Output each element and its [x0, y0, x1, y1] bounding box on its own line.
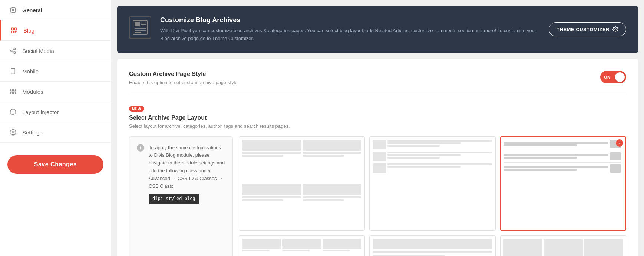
svg-point-0 — [12, 9, 14, 11]
custom-archive-toggle-row: Custom Archive Page Style Enable this op… — [129, 71, 626, 94]
sidebar-item-general[interactable]: General — [0, 0, 111, 20]
css-class-badge: dipi-styled-blog — [149, 194, 199, 204]
svg-rect-2 — [15, 28, 17, 30]
sidebar: General Blog Social Media — [0, 0, 111, 256]
mobile-icon — [9, 67, 17, 75]
banner-icon — [129, 16, 151, 39]
layout-option-4[interactable] — [239, 235, 365, 256]
svg-rect-14 — [10, 89, 12, 91]
layout-option-3[interactable]: ✓ — [500, 136, 626, 231]
layout-injector-icon — [9, 108, 17, 116]
layout-option-2[interactable] — [369, 136, 495, 231]
svg-rect-17 — [14, 92, 16, 94]
svg-rect-3 — [11, 31, 13, 33]
sidebar-item-modules[interactable]: Modules — [0, 82, 111, 102]
info-text: To apply the same customizations to Divi… — [149, 144, 225, 204]
info-box: i To apply the same customizations to Di… — [129, 136, 233, 256]
layout-option-1[interactable] — [239, 136, 365, 231]
layout-option-5[interactable] — [369, 235, 495, 256]
layout-content: i To apply the same customizations to Di… — [129, 136, 626, 256]
svg-point-30 — [615, 29, 616, 30]
sidebar-item-mobile[interactable]: Mobile — [0, 61, 111, 82]
layout-section: NEW Select Archive Page Layout Select la… — [129, 105, 626, 256]
svg-point-7 — [14, 48, 16, 50]
content-card: Custom Archive Page Style Enable this op… — [117, 59, 638, 256]
info-icon: i — [137, 144, 144, 152]
svg-rect-1 — [11, 28, 13, 30]
layout-grid: ✓ — [239, 136, 626, 256]
sidebar-item-mobile-label: Mobile — [22, 68, 39, 74]
new-badge: NEW — [129, 106, 144, 112]
svg-line-10 — [12, 51, 14, 52]
sidebar-item-layout-label: Layout Injector — [22, 109, 59, 115]
custom-archive-toggle[interactable]: ON — [600, 71, 626, 83]
sidebar-item-modules-label: Modules — [22, 89, 43, 95]
banner-description: With Divi Pixel you can customize blog a… — [160, 27, 540, 43]
svg-rect-23 — [135, 22, 140, 26]
info-box-content: i To apply the same customizations to Di… — [137, 144, 225, 204]
svg-line-11 — [12, 49, 14, 50]
sidebar-item-social-label: Social Media — [22, 48, 54, 54]
sidebar-item-blog-label: Blog — [23, 27, 34, 34]
svg-point-9 — [14, 52, 16, 54]
main-content: Customize Blog Archives With Divi Pixel … — [111, 0, 644, 256]
toggle-thumb — [615, 72, 625, 82]
layout-section-desc: Select layout for archive, categories, a… — [129, 123, 626, 129]
save-btn-wrapper: Save Changes — [0, 146, 111, 183]
save-button[interactable]: Save Changes — [7, 155, 103, 174]
selected-checkmark: ✓ — [616, 139, 623, 147]
theme-customizer-button[interactable]: THEME CUSTOMIZER — [549, 22, 626, 36]
toggle-label-group: Custom Archive Page Style Enable this op… — [129, 71, 239, 85]
sidebar-item-blog[interactable]: Blog — [0, 20, 111, 41]
settings-icon — [9, 128, 17, 136]
layout-section-title: Select Archive Page Layout — [129, 114, 626, 121]
sidebar-item-general-label: General — [22, 7, 42, 13]
sidebar-item-settings-label: Settings — [22, 129, 42, 136]
custom-archive-desc: Enable this option to set custom archive… — [129, 80, 239, 85]
svg-point-21 — [12, 132, 14, 133]
banner-title: Customize Blog Archives — [160, 16, 540, 24]
sidebar-item-settings[interactable]: Settings — [0, 122, 111, 143]
custom-archive-title: Custom Archive Page Style — [129, 71, 239, 77]
gear-icon — [9, 6, 17, 14]
svg-rect-15 — [14, 89, 16, 91]
social-media-icon — [9, 47, 17, 55]
toggle-on-label: ON — [604, 75, 611, 79]
banner-text: Customize Blog Archives With Divi Pixel … — [160, 16, 540, 43]
layout-option-6[interactable] — [500, 235, 626, 256]
sidebar-item-layout-injector[interactable]: Layout Injector — [0, 102, 111, 122]
sidebar-item-social-media[interactable]: Social Media — [0, 41, 111, 61]
blog-banner: Customize Blog Archives With Divi Pixel … — [117, 6, 638, 53]
svg-point-8 — [10, 50, 12, 52]
blog-icon — [10, 26, 18, 34]
modules-icon — [9, 87, 17, 96]
svg-rect-16 — [10, 92, 12, 94]
